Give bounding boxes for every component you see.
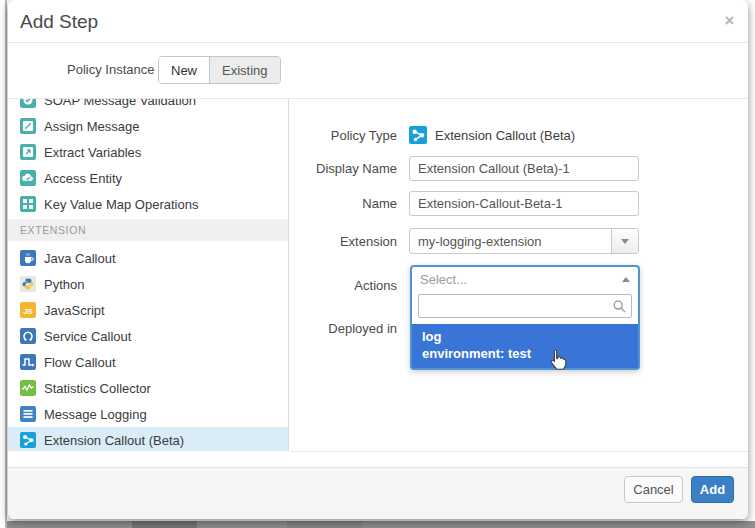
- actions-dropdown-open: Select... log environment: test: [410, 265, 640, 370]
- sidebar-item-soap-message-validation[interactable]: SOAP Message Validation: [8, 99, 288, 113]
- sidebar-item-python[interactable]: Python: [8, 271, 288, 297]
- sidebar-item-label: JavaScript: [44, 303, 105, 318]
- extension-section-header: EXTENSION: [8, 219, 288, 241]
- sidebar-item-extension-callout-beta[interactable]: Extension Callout (Beta): [8, 427, 288, 451]
- modal-footer: Cancel Add: [8, 467, 748, 519]
- sidebar-item-access-entity[interactable]: Access Entity: [8, 165, 288, 191]
- access-entity-icon: [20, 170, 36, 186]
- message-logging-icon: [20, 406, 36, 422]
- chevron-up-icon: [622, 277, 630, 282]
- extension-select-value: my-logging-extension: [410, 234, 611, 249]
- extension-label: Extension: [289, 234, 397, 249]
- actions-select[interactable]: Select...: [412, 267, 638, 292]
- option-line-environment: environment: test: [422, 345, 638, 362]
- flow-callout-icon: [20, 354, 36, 370]
- sidebar-item-flow-callout[interactable]: Flow Callout: [8, 349, 288, 375]
- sidebar-item-label: Assign Message: [44, 119, 139, 134]
- display-name-input[interactable]: [409, 156, 639, 181]
- actions-search-input[interactable]: [418, 294, 632, 318]
- extension-callout-icon: [409, 126, 427, 144]
- service-callout-icon: [20, 328, 36, 344]
- java-callout-icon: [20, 250, 36, 266]
- toggle-existing-button[interactable]: Existing: [210, 57, 280, 83]
- close-icon[interactable]: ×: [725, 13, 734, 29]
- python-icon: [20, 276, 36, 292]
- policy-form: Policy Type Extension Callout (Beta) Dis…: [289, 99, 748, 466]
- add-step-modal: Add Step × Policy Instance New Existing …: [8, 0, 748, 519]
- sidebar-item-service-callout[interactable]: Service Callout: [8, 323, 288, 349]
- sidebar-item-label: Flow Callout: [44, 355, 116, 370]
- chevron-down-icon: [621, 239, 629, 244]
- policy-instance-toggle: New Existing: [158, 56, 281, 84]
- actions-label: Actions: [289, 278, 397, 293]
- sidebar-item-label: Statistics Collector: [44, 381, 151, 396]
- sidebar-item-java-callout[interactable]: Java Callout: [8, 245, 288, 271]
- sidebar-item-label: Key Value Map Operations: [44, 197, 198, 212]
- statistics-collector-icon: [20, 380, 36, 396]
- sidebar-item-label: Extract Variables: [44, 145, 141, 160]
- sidebar-item-label: Service Callout: [44, 329, 131, 344]
- sidebar-item-label: Extension Callout (Beta): [44, 433, 184, 448]
- extension-callout-icon: [20, 432, 36, 448]
- policy-type-label: Policy Type: [289, 128, 397, 143]
- page-background-edge: [5, 0, 7, 528]
- search-icon: [612, 299, 627, 318]
- toggle-new-button[interactable]: New: [159, 57, 210, 83]
- display-name-label: Display Name: [289, 161, 397, 176]
- page-title: Add Step: [20, 11, 98, 33]
- extension-select-button[interactable]: [611, 229, 638, 253]
- sidebar-item-label: Message Logging: [44, 407, 147, 422]
- add-button[interactable]: Add: [691, 476, 734, 503]
- sidebar-item-statistics-collector[interactable]: Statistics Collector: [8, 375, 288, 401]
- cancel-button[interactable]: Cancel: [624, 476, 683, 503]
- sidebar-item-assign-message[interactable]: Assign Message: [8, 113, 288, 139]
- policy-instance-row: Policy Instance New Existing: [8, 43, 748, 98]
- sidebar-item-label: SOAP Message Validation: [44, 99, 196, 108]
- sidebar-item-label: Python: [44, 277, 84, 292]
- extension-select[interactable]: my-logging-extension: [409, 228, 639, 254]
- assign-message-icon: [20, 118, 36, 134]
- sidebar-item-key-value-map-operations[interactable]: Key Value Map Operations: [8, 191, 288, 217]
- deployed-in-label: Deployed in: [289, 321, 397, 336]
- policy-type-value: Extension Callout (Beta): [435, 128, 575, 143]
- sidebar-item-javascript[interactable]: JSJavaScript: [8, 297, 288, 323]
- policy-type-list: SOAP Message ValidationAssign MessageExt…: [8, 99, 289, 451]
- javascript-icon: JS: [20, 302, 36, 318]
- actions-search: [412, 292, 638, 324]
- sidebar-item-label: Access Entity: [44, 171, 122, 186]
- sidebar-item-message-logging[interactable]: Message Logging: [8, 401, 288, 427]
- actions-option-log[interactable]: log environment: test: [412, 324, 638, 368]
- extract-variables-icon: [20, 144, 36, 160]
- key-value-map-icon: [20, 196, 36, 212]
- soap-validation-icon: [20, 99, 36, 108]
- modal-header: Add Step ×: [8, 0, 748, 43]
- name-input[interactable]: [409, 191, 639, 216]
- actions-placeholder: Select...: [420, 272, 622, 287]
- sidebar-item-label: Java Callout: [44, 251, 116, 266]
- option-line-action: log: [422, 328, 638, 345]
- modal-content: SOAP Message ValidationAssign MessageExt…: [8, 98, 748, 466]
- dimmed-page-background: [7, 521, 755, 528]
- svg-text:JS: JS: [23, 307, 32, 316]
- policy-instance-label: Policy Instance: [67, 62, 154, 77]
- sidebar-item-extract-variables[interactable]: Extract Variables: [8, 139, 288, 165]
- name-label: Name: [289, 196, 397, 211]
